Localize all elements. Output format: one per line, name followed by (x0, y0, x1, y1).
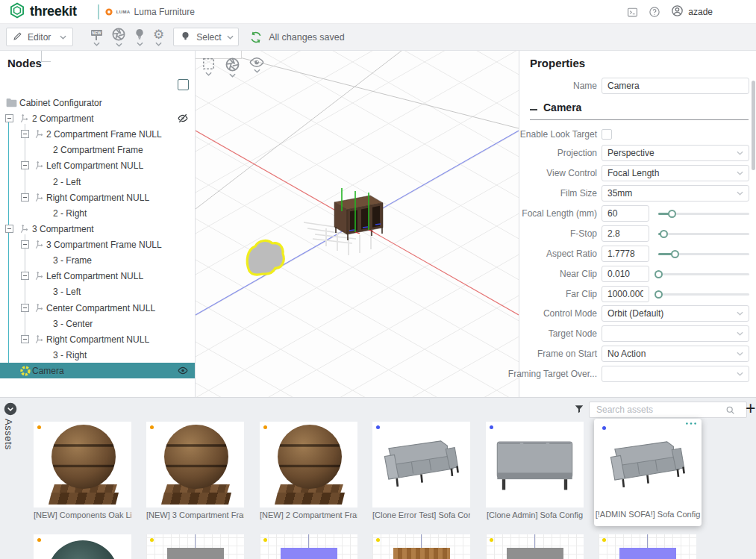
null-axis-icon (34, 193, 45, 203)
aspect-ratio-slider[interactable] (658, 253, 749, 255)
asset-thumbnail[interactable] (146, 534, 244, 559)
tree-node-label: 3 Compartment (32, 224, 94, 234)
name-field-input[interactable] (602, 78, 749, 94)
asset-thumbnail[interactable] (599, 422, 696, 505)
tree-node-right-compartment-null[interactable]: Right Compartment NULL (0, 331, 196, 347)
camera-mesh-selected (247, 241, 284, 275)
tree-node-right-compartment-null[interactable]: Right Compartment NULL (0, 190, 196, 205)
tree-node-2-left[interactable]: 2 - Left (0, 174, 196, 190)
far-clip-input[interactable] (602, 286, 649, 302)
tree-node-2-compartment-frame[interactable]: 2 Compartment Frame (0, 142, 196, 157)
near-clip-input[interactable] (602, 266, 649, 282)
expander-icon[interactable] (21, 161, 29, 169)
tree-node-left-compartment-null[interactable]: Left Compartment NULL (0, 157, 196, 173)
tree-node-3-compartment[interactable]: 3 Compartment (0, 221, 196, 237)
camera-section-header[interactable]: Camera (530, 102, 581, 113)
near-clip-slider[interactable] (658, 273, 749, 275)
asset-thumbnail[interactable] (372, 422, 470, 508)
brand-name: threekit (30, 4, 77, 19)
nodes-select-checkbox[interactable] (178, 79, 189, 90)
tree-node-2-compartment[interactable]: 2 Compartment (0, 110, 196, 126)
settings-button[interactable]: ⚙ (153, 28, 164, 46)
properties-scrollbar[interactable] (752, 81, 755, 170)
asset-thumbnail[interactable] (146, 422, 244, 508)
tree-node-3-center[interactable]: 3 - Center (0, 316, 196, 331)
focal-length-mm-input[interactable] (602, 205, 649, 222)
asset-card-selected[interactable]: [!ADMIN SOFA!] Sofa Config (594, 419, 702, 526)
settings-gear-icon: ⚙ (153, 28, 164, 41)
editor-mode-dropdown[interactable]: Editor (6, 28, 73, 46)
view-control-select[interactable]: Focal Length (602, 165, 749, 181)
tree-node-3-left[interactable]: 3 - Left (0, 284, 196, 299)
tree-node-3-compartment-frame-null[interactable]: 3 Compartment Frame NULL (0, 237, 196, 252)
tree-node-left-compartment-null[interactable]: Left Compartment NULL (0, 268, 196, 284)
expander-icon[interactable] (21, 272, 29, 280)
expander-icon[interactable] (21, 335, 29, 343)
f-stop-input[interactable] (602, 225, 649, 242)
add-node-button[interactable]: NEW (90, 28, 103, 46)
expander-icon[interactable] (5, 114, 13, 122)
marquee-select-button[interactable] (202, 57, 216, 78)
field-enable-look-target: Enable Look Target (519, 126, 756, 143)
enable-look-target-checkbox[interactable] (602, 129, 612, 140)
asset-thumbnail[interactable] (486, 422, 584, 508)
tree-node-3-frame[interactable]: 3 - Frame (0, 252, 196, 268)
nodes-panel: Cabinet Configurator2 Compartment2 Compa… (0, 51, 196, 397)
expander-icon[interactable] (21, 240, 29, 249)
tree-node-2-compartment-frame-null[interactable]: 2 Compartment Frame NULL (0, 126, 196, 142)
focal-length-mm-slider[interactable] (658, 213, 749, 215)
filter-icon[interactable] (574, 404, 584, 414)
eye-icon[interactable] (178, 366, 188, 375)
tree-node-center-compartment-null[interactable]: Center Compartment NULL (0, 300, 196, 316)
visibility-button[interactable] (249, 57, 264, 78)
viewport-3d[interactable] (196, 51, 519, 397)
f-stop-slider[interactable] (658, 233, 749, 235)
asset-thumbnail[interactable] (599, 534, 696, 559)
help-icon[interactable] (649, 6, 660, 18)
asset-thumbnail[interactable] (260, 534, 357, 559)
frame-on-start-select[interactable]: No Action (602, 346, 749, 362)
asset-thumbnail[interactable] (260, 422, 357, 508)
target-node-select[interactable] (602, 325, 749, 342)
org-switcher[interactable]: LUMA Luma Furniture (105, 5, 195, 19)
tree-node-2-right[interactable]: 2 - Right (0, 205, 196, 221)
editor-mode-label: Editor (28, 32, 51, 43)
tree-node-3-right[interactable]: 3 - Right (0, 347, 196, 363)
asset-thumbnail[interactable] (34, 422, 131, 508)
search-input[interactable] (589, 402, 747, 418)
light-bulb-icon (134, 28, 145, 41)
control-mode-select[interactable]: Orbit (Default) (602, 305, 749, 322)
framing-target-over-select[interactable] (602, 366, 749, 382)
asset-thumbnail[interactable] (372, 534, 470, 559)
asset-thumbnail[interactable] (34, 534, 131, 559)
far-clip-slider[interactable] (658, 293, 749, 296)
user-menu[interactable]: azade (671, 4, 713, 20)
tree-node-cabinet-configurator[interactable]: Cabinet Configurator (0, 95, 196, 110)
aspect-ratio-input[interactable] (602, 246, 649, 262)
select-tool-dropdown[interactable]: Select (173, 28, 239, 46)
eye-off-icon[interactable] (178, 113, 188, 123)
assets-collapse-button[interactable] (4, 402, 17, 416)
lighting-button[interactable] (134, 28, 145, 46)
expander-icon[interactable] (5, 225, 13, 233)
render-camera-button[interactable] (225, 57, 240, 78)
brand[interactable]: threekit (0, 2, 77, 22)
expander-icon[interactable] (21, 304, 29, 312)
expander-icon[interactable] (21, 130, 29, 138)
tree-node-label: 3 - Left (53, 287, 81, 297)
card-menu-icon[interactable] (685, 422, 697, 425)
status-dot (37, 425, 41, 429)
field-label: Film Size (519, 185, 597, 202)
signpost-new-icon: NEW (90, 28, 103, 41)
film-size-select[interactable]: 35mm (602, 185, 749, 202)
add-asset-button[interactable]: + (746, 399, 755, 419)
terminal-icon[interactable] (627, 7, 638, 18)
camera-section-title: Camera (543, 102, 581, 113)
chevron-down-icon (737, 311, 743, 316)
asset-thumbnail[interactable] (486, 534, 584, 559)
expander-icon[interactable] (21, 193, 29, 202)
projection-select[interactable]: Perspective (602, 145, 749, 161)
null-axis-icon (34, 129, 45, 140)
tree-node-camera[interactable]: Camera (0, 363, 196, 378)
render-button[interactable] (111, 27, 126, 47)
